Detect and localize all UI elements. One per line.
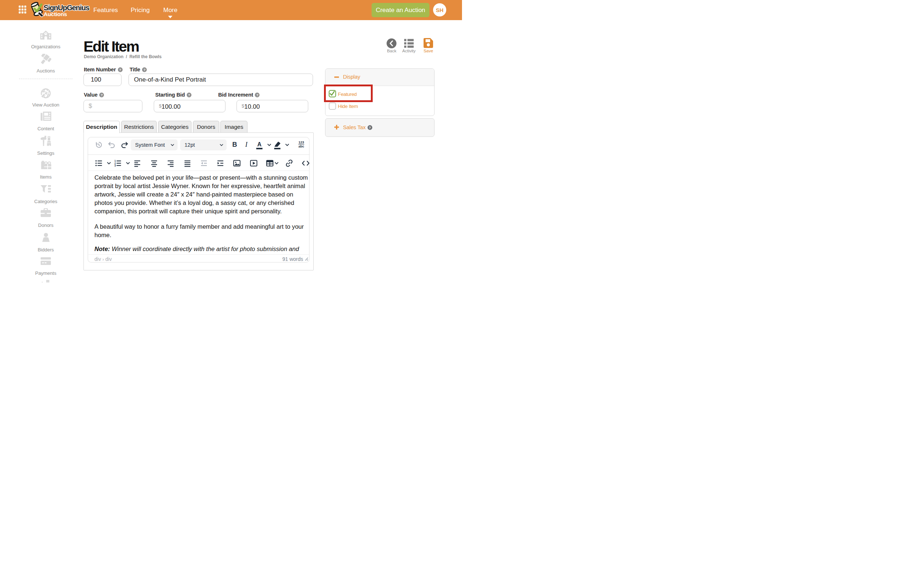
svg-text:3: 3 (115, 164, 116, 167)
svg-text:Auctions: Auctions (44, 11, 67, 17)
